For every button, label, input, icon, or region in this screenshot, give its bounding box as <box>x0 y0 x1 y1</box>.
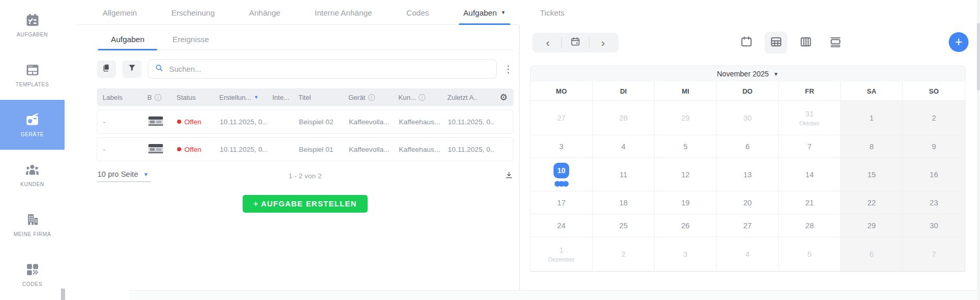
calendar-day[interactable]: 27 <box>717 214 778 237</box>
agenda-view-button[interactable] <box>824 32 847 54</box>
column-header-intern[interactable]: Inte... <box>267 94 293 101</box>
calendar-day[interactable]: 3 <box>655 237 717 271</box>
column-header-labels[interactable]: Labels <box>97 94 142 101</box>
filter-button[interactable] <box>122 60 142 78</box>
calendar-day[interactable]: 1Dezember <box>531 237 593 271</box>
calendar-day[interactable]: 13 <box>717 158 778 191</box>
kebab-menu-button[interactable]: ⋮ <box>503 63 513 75</box>
calendar-day[interactable]: 27 <box>531 101 593 135</box>
sidebar-item-geraete[interactable]: GERÄTE <box>0 100 65 150</box>
calendar-day[interactable]: 8 <box>841 135 903 158</box>
subtab-ereignisse[interactable]: Ereignisse <box>158 30 223 50</box>
create-task-button[interactable]: + AUFGABE ERSTELLEN <box>243 195 368 213</box>
column-header-erstellungsdatum[interactable]: Erstellun...▼ <box>213 94 267 101</box>
search-input[interactable] <box>168 64 490 74</box>
page-scrollbar[interactable] <box>977 0 980 300</box>
cell-status: Offen <box>171 146 214 153</box>
calendar-day[interactable]: 20 <box>717 191 778 214</box>
coffee-machine-thumbnail <box>148 120 164 128</box>
sidebar-item-kunden[interactable]: KUNDEN <box>0 150 65 200</box>
next-month-button[interactable]: › <box>589 33 617 53</box>
column-header-titel[interactable]: Titel <box>293 94 343 101</box>
calendar-day[interactable]: 29 <box>655 101 717 135</box>
calendar-day[interactable]: 25 <box>593 214 655 237</box>
tab-erscheinung[interactable]: Erscheinung <box>154 0 232 25</box>
sidebar-item-label: AUFGABEN <box>17 32 48 37</box>
tab-anhaenge[interactable]: Anhänge <box>232 0 297 25</box>
sidebar-item-meine-firma[interactable]: MEINE FIRMA <box>0 200 65 250</box>
calendar-day[interactable]: 14 <box>779 158 841 191</box>
month-label: November 2025 <box>717 70 769 78</box>
table-row[interactable]: - Offen 10.11.2025, 0...✔ Beispiel 01 Ka… <box>97 137 513 161</box>
week-view-button[interactable] <box>794 32 817 54</box>
calendar-day[interactable]: 5 <box>779 237 841 271</box>
status-dot-icon <box>177 120 181 124</box>
calendar-day[interactable]: 1 <box>841 101 903 135</box>
weekday-label: MO <box>531 82 593 100</box>
sidebar-scrollbar-thumb[interactable] <box>61 289 65 300</box>
sidebar-item-templates[interactable]: TEMPLATES <box>0 50 65 100</box>
day-view-button[interactable] <box>735 32 758 54</box>
copy-view-button[interactable] <box>97 60 116 78</box>
calendar-day[interactable]: 9 <box>903 135 965 158</box>
month-view-button[interactable] <box>764 32 787 54</box>
page-scrollbar-thumb[interactable] <box>977 23 980 90</box>
sidebar-item-codes[interactable]: CODES <box>0 250 65 299</box>
calendar-day[interactable]: 29 <box>841 214 903 237</box>
calendar-day[interactable]: 31Oktober <box>779 101 841 135</box>
calendar-day[interactable]: 4 <box>593 135 655 158</box>
calendar-check-icon <box>26 13 40 27</box>
table-row[interactable]: - Offen 10.11.2025, 0...✔ Beispiel 02 Ka… <box>97 110 513 134</box>
calendar-day[interactable]: 28 <box>593 101 655 135</box>
calendar-day[interactable]: 2 <box>593 237 655 271</box>
tab-aufgaben[interactable]: Aufgaben▼ <box>446 0 523 25</box>
calendar-day[interactable]: 30 <box>717 101 778 135</box>
column-header-zuletzt[interactable]: Zuletzt A.. <box>442 94 494 101</box>
column-header-geraet[interactable]: Geräti <box>343 94 393 101</box>
calendar-day[interactable]: 28 <box>779 214 841 237</box>
calendar-day[interactable]: 15 <box>841 158 903 191</box>
calendar-day[interactable]: 24 <box>531 214 593 237</box>
calendar-day[interactable]: 4 <box>717 237 778 271</box>
sidebar-item-aufgaben[interactable]: AUFGABEN <box>0 0 65 50</box>
calendar-day[interactable]: 30 <box>903 214 965 237</box>
tab-allgemein[interactable]: Allgemein <box>85 0 154 25</box>
calendar-day[interactable]: 19 <box>655 191 717 214</box>
cell-zuletzt: 10.11.2025, 0... <box>442 118 494 126</box>
calendar-day[interactable]: 11 <box>593 158 655 191</box>
main-content: Allgemein Erscheinung Anhänge Interne An… <box>65 0 977 300</box>
calendar-day-selected[interactable]: 10 <box>531 158 593 191</box>
calendar-day[interactable]: 23 <box>903 191 965 214</box>
month-sublabel: Oktober <box>799 120 820 126</box>
calendar-day[interactable]: 6 <box>717 135 778 158</box>
column-settings-button[interactable]: ⚙ <box>499 92 507 103</box>
column-header-status[interactable]: Status <box>171 94 213 101</box>
calendar-day[interactable]: 21 <box>779 191 841 214</box>
search-field[interactable] <box>148 59 497 79</box>
calendar-day[interactable]: 5 <box>655 135 717 158</box>
calendar-day[interactable]: 22 <box>841 191 903 214</box>
device-radio-icon <box>25 112 40 127</box>
calendar-day[interactable]: 16 <box>903 158 965 191</box>
calendar-day[interactable]: 6 <box>841 237 903 271</box>
prev-month-button[interactable]: ‹ <box>534 33 561 53</box>
tab-tickets[interactable]: Tickets <box>523 0 582 25</box>
date-picker-button[interactable] <box>562 33 589 53</box>
calendar-day[interactable]: 18 <box>593 191 655 214</box>
calendar-day[interactable]: 26 <box>655 214 717 237</box>
calendar-day[interactable]: 7 <box>779 135 841 158</box>
subtab-aufgaben[interactable]: Aufgaben <box>97 30 158 50</box>
column-header-kunde[interactable]: Kun...i <box>393 94 442 101</box>
month-selector[interactable]: November 2025 ▼ <box>531 66 965 82</box>
sidebar: AUFGABEN TEMPLATES GERÄTE KUNDEN MEINE F… <box>0 0 65 300</box>
add-event-fab[interactable]: + <box>949 32 969 52</box>
calendar-day[interactable]: 17 <box>531 191 593 214</box>
column-header-b[interactable]: Bi <box>142 94 171 101</box>
tab-codes[interactable]: Codes <box>389 0 446 25</box>
calendar-day[interactable]: 2 <box>903 101 965 135</box>
sort-desc-icon: ▼ <box>254 95 258 100</box>
calendar-day[interactable]: 3 <box>531 135 593 158</box>
calendar-day[interactable]: 7 <box>903 237 965 271</box>
tab-interne-anhaenge[interactable]: Interne Anhänge <box>297 0 389 25</box>
calendar-day[interactable]: 12 <box>655 158 717 191</box>
